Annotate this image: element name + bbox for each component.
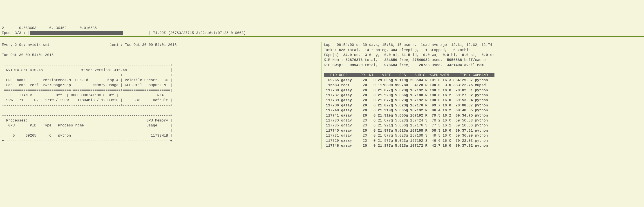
progress-bar-empty: ------------|: [123, 31, 151, 35]
process-row: 117746 gazay 20 0 21.877g 5.023g 167172 …: [324, 143, 642, 148]
training-log-pane: 2 0.063603 0.130462 0.016838 Epoch 3/3 :…: [0, 20, 644, 37]
top-pane: top - 09:54:00 up 39 days, 15:56, 15 use…: [322, 42, 644, 149]
progress-stats: 74.99% [20783/27715 3:22:16<1:07:28 0.06…: [151, 31, 246, 35]
process-row: 117739 gazay 20 0 21.877g 5.023g 167192 …: [324, 98, 642, 103]
process-row: 117741 gazay 20 0 21.919g 5.065g 167192 …: [324, 113, 642, 118]
top-cpu-line: %Cpu(s): 34.9 us, 3.6 sy, 0.0 ni, 61.5 i…: [324, 53, 494, 57]
top-header-line: top - 09:54:00 up 39 days, 15:56, 15 use…: [324, 43, 492, 47]
process-row: 117738 gazay 20 0 21.877g 5.023g 167192 …: [324, 88, 642, 93]
smi-divider: |-------------------------------+-------…: [2, 73, 172, 77]
smi-date: Tue Oct 30 09:54:01 2018: [2, 53, 54, 57]
nvidia-smi-pane: Every 2.0s: nvidia-smi lenin: Tue Oct 30…: [0, 42, 322, 149]
smi-header2: | Fan Temp Perf Pwr:Usage/Cap| Memory-Us…: [2, 83, 172, 87]
proc-divider: |=======================================…: [2, 129, 172, 133]
progress-bar-filled: ████████████████████████████████████████…: [30, 31, 123, 35]
watch-header: Every 2.0s: nvidia-smi lenin: Tue Oct 30…: [2, 43, 177, 47]
smi-gpu-row2: | 52% 71C P2 171W / 250W | 11804MiB / 12…: [2, 98, 172, 102]
process-row: 117737 gazay 20 0 21.920g 5.066g 167188 …: [324, 93, 642, 98]
top-tasks-line: Tasks: 525 total, 14 running, 304 sleepi…: [324, 48, 471, 52]
proc-row: | 0 69265 C python 11793MiB |: [2, 134, 172, 138]
process-row: 117740 gazay 20 0 21.919g 5.065g 167192 …: [324, 108, 642, 113]
loss-values: 2 0.063603 0.130462 0.016838: [2, 26, 97, 30]
process-row: 117731 gazay 20 0 21.877g 5.023g 167188 …: [324, 133, 642, 138]
proc-border-top: +---------------------------------------…: [2, 114, 172, 118]
smi-gpu-row1: | 0 TITAN V Off | 00000000:41:00.0 Off |…: [2, 93, 168, 97]
top-column-header: PID USER PR NI VIRT RES SHR S %CPU %MEM …: [324, 73, 494, 77]
smi-header1: | GPU Name Persistence-M| Bus-Id Disp.A …: [2, 78, 172, 82]
process-row: 69265 gazay 20 0 29.605g 5.119g 206504 R…: [324, 78, 642, 83]
process-row: 117736 gazay 20 0 21.877g 5.023g 167176 …: [324, 103, 642, 108]
proc-header: | Processes: GPU Memory |: [2, 119, 172, 123]
process-row: 117745 gazay 20 0 21.877g 5.023g 167168 …: [324, 128, 642, 133]
proc-border-bottom: +---------------------------------------…: [2, 139, 172, 143]
process-row: 117735 gazay 20 0 21.921g 5.066g 167176 …: [324, 123, 642, 128]
proc-columns: | GPU PID Type Process name Usage |: [2, 124, 172, 128]
top-mem-line: KiB Mem : 32876376 total, 284856 free, 2…: [324, 58, 486, 62]
top-process-list: 69265 gazay 20 0 29.605g 5.119g 206504 R…: [324, 78, 642, 148]
process-row: 117729 gazay 20 0 21.877g 5.023g 167192 …: [324, 138, 642, 143]
smi-divider-heavy: |===============================+=======…: [2, 88, 172, 92]
smi-border-bottom: +-------------------------------+-------…: [2, 104, 172, 108]
top-swap-line: KiB Swap: 999420 total, 978684 free, 207…: [324, 63, 484, 67]
process-row: 117730 gazay 20 0 21.877g 5.023g 167424 …: [324, 118, 642, 123]
process-row: 15583 root 20 0 1178308 999780 4128 R 10…: [324, 83, 642, 88]
tmux-bottom-panes: Every 2.0s: nvidia-smi lenin: Tue Oct 30…: [0, 42, 644, 149]
epoch-label: Epoch 3/3 : |: [2, 31, 30, 35]
smi-border-top: +---------------------------------------…: [2, 63, 172, 67]
smi-version: | NVIDIA-SMI 410.48 Driver Version: 410.…: [2, 68, 172, 72]
